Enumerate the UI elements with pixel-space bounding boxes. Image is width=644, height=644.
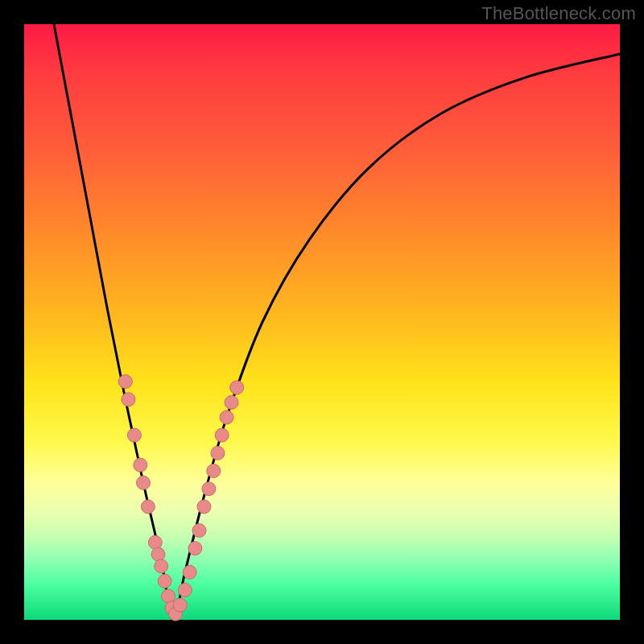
marker-dot (207, 464, 221, 478)
marker-dot (202, 482, 216, 496)
marker-dot (183, 565, 196, 579)
marker-dot (215, 428, 229, 442)
plot-area (24, 24, 620, 620)
marker-dot (188, 542, 202, 555)
marker-group (118, 375, 243, 621)
marker-dot (173, 598, 187, 612)
marker-dot (230, 381, 244, 394)
watermark-text: TheBottleneck.com (481, 3, 636, 24)
marker-dot (192, 524, 206, 538)
marker-dot (122, 393, 135, 407)
marker-dot (134, 458, 147, 472)
bottleneck-curve (54, 24, 620, 620)
marker-dot (197, 500, 211, 514)
marker-dot (155, 559, 168, 573)
marker-dot (151, 547, 165, 561)
marker-dot (158, 574, 171, 588)
marker-dot (178, 584, 192, 597)
marker-dot (225, 395, 238, 409)
marker-dot (118, 375, 132, 389)
marker-dot (141, 500, 155, 514)
marker-dot (148, 535, 162, 549)
chart-frame: TheBottleneck.com (0, 0, 644, 644)
marker-dot (137, 476, 151, 489)
marker-dot (220, 411, 233, 424)
chart-svg (24, 24, 620, 620)
marker-dot (127, 428, 141, 442)
marker-dot (211, 446, 225, 460)
